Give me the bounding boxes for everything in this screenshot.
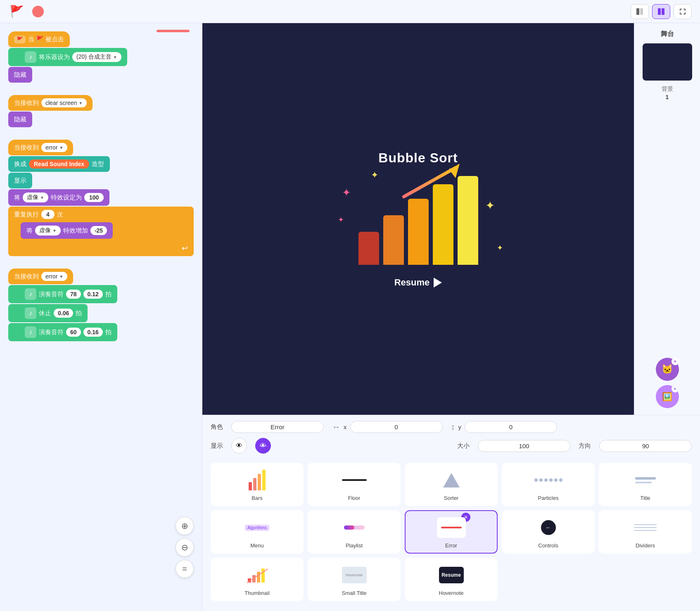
title-line-2: [635, 482, 652, 483]
green-flag-button[interactable]: 🚩: [8, 3, 25, 20]
sprite-card-particles[interactable]: Particles: [502, 463, 595, 506]
zoom-fit-button[interactable]: =: [176, 560, 194, 578]
rest-value: 0.06: [54, 309, 73, 318]
change-effect-block[interactable]: 将 虚像 ▼ 特效增加 -25: [21, 222, 113, 239]
hovernote-icon-visual: Resume: [439, 567, 464, 583]
stage-thumbnail[interactable]: [643, 43, 692, 81]
play-note-60-block[interactable]: ♪ 演奏音符 60 0.16 拍: [8, 323, 117, 341]
sorter-icon-visual: [443, 473, 460, 487]
controls-sprite-icon: ←: [532, 515, 565, 540]
hide-block-2[interactable]: 隐藏: [8, 112, 32, 127]
sprite-card-controls[interactable]: ← Controls: [502, 510, 595, 554]
repeat-block-wrapper[interactable]: 重复执行 4 次 将 虚像 ▼ 特效增加 -25 ↩: [8, 207, 194, 256]
sprite-prop-label: 角色: [211, 423, 223, 431]
divider-2: [634, 527, 657, 528]
change-backdrop-button[interactable]: 🖼️ +: [656, 385, 679, 408]
show-visibility-button[interactable]: 👁: [231, 438, 247, 454]
x-input[interactable]: [350, 421, 443, 433]
layout-button-fullscreen[interactable]: [674, 4, 692, 19]
sprite-card-error[interactable]: ✕ Error: [405, 510, 498, 554]
switch-costume-block[interactable]: 换成 Read Sound Index 造型: [8, 156, 110, 172]
zoom-out-button[interactable]: ⊖: [176, 538, 194, 556]
zoom-in-button[interactable]: ⊕: [176, 517, 194, 535]
sprite-card-dividers[interactable]: Dividers: [599, 510, 692, 554]
block-text: 将乐器设为: [39, 53, 70, 61]
set-instrument-block[interactable]: ♪ 将乐器设为 (20) 合成主音 ▼: [8, 48, 127, 66]
title-line-1: [635, 477, 656, 480]
when-receive-clearscreen-block[interactable]: 当接收到 clear screen ▼: [8, 95, 93, 111]
direction-input[interactable]: [599, 440, 692, 452]
sparkle-pink-1: ✦: [342, 186, 351, 199]
y-axis-icon: ↕: [451, 422, 455, 432]
props-row-1: 角色 ↔ x ↕ y: [211, 421, 692, 433]
resume-button[interactable]: Resume: [394, 277, 442, 288]
sprite-card-smalltitle[interactable]: Hovernote Small Title: [308, 558, 401, 601]
block-label: 休止: [39, 309, 51, 317]
sprite-grid: Bars Floor Sorter: [211, 459, 692, 605]
stop-button[interactable]: [30, 3, 46, 20]
sprite-name-input[interactable]: [231, 421, 324, 433]
error-sprite-icon: ✕: [435, 515, 468, 540]
block-group-1: 🚩 当 🚩 被点击 ♪ 将乐器设为 (20) 合成主音 ▼ 隐藏: [8, 31, 194, 83]
playlist-icon-visual: [342, 519, 367, 536]
add-sprite-button[interactable]: 🐱 +: [656, 358, 679, 381]
loop-arrow: ↩: [14, 242, 188, 256]
stage-sidebar: 舞台 背景 1 🐱 + 🖼️ +: [634, 23, 700, 415]
block-label2: 特效增加: [63, 227, 88, 235]
sprite-card-bars[interactable]: Bars: [211, 463, 304, 506]
when-flag-clicked-block[interactable]: 🚩 当 🚩 被点击: [8, 31, 70, 47]
music-note-icon: ♪: [25, 51, 36, 63]
resume-play-icon: [434, 278, 442, 288]
clearscreen-dropdown[interactable]: clear screen ▼: [41, 98, 87, 107]
svg-rect-3: [662, 8, 664, 15]
particle-1: [534, 478, 538, 482]
error-dropdown-1[interactable]: error ▼: [41, 143, 67, 152]
menu-sprite-icon: Algorithms: [241, 515, 274, 540]
direction-prop-label: 方向: [579, 442, 591, 450]
add-sprite-icon: 🐱: [662, 364, 673, 375]
particle-2: [539, 478, 543, 482]
ghost-dropdown[interactable]: 虚像 ▼: [23, 193, 48, 202]
block-label2: 拍: [105, 328, 112, 336]
hide-visibility-button[interactable]: 👁: [255, 438, 271, 454]
rest-block[interactable]: ♪ 休止 0.06 拍: [8, 304, 88, 322]
sprite-card-floor[interactable]: Floor: [308, 463, 401, 506]
hide-block-1[interactable]: 隐藏: [8, 67, 32, 83]
size-prop-label: 大小: [457, 442, 470, 450]
divider-1: [634, 524, 657, 525]
when-receive-error-block-1[interactable]: 当接收到 error ▼: [8, 140, 73, 155]
read-sound-index-pill: Read Sound Index: [29, 159, 89, 169]
sprite-card-thumbnail[interactable]: Thumbnail: [211, 558, 304, 601]
sprite-card-menu[interactable]: Algorithms Menu: [211, 510, 304, 554]
zoom-in-icon: ⊕: [181, 521, 188, 531]
bars-sprite-label: Bars: [252, 495, 263, 501]
flag-icon: 🚩: [14, 36, 26, 43]
set-effect-block[interactable]: 将 虚像 ▼ 特效设定为 100: [8, 189, 109, 206]
when-receive-error-block-2[interactable]: 当接收到 error ▼: [8, 269, 73, 284]
instrument-dropdown[interactable]: (20) 合成主音 ▼: [72, 52, 121, 62]
y-input[interactable]: [465, 421, 557, 433]
divider-3: [634, 530, 657, 531]
repeat-count: 4: [41, 210, 55, 219]
thumbnail-sprite-icon: [241, 563, 274, 587]
sprite-card-sorter[interactable]: Sorter: [405, 463, 498, 506]
show-block[interactable]: 显示: [8, 173, 32, 188]
sprite-card-playlist[interactable]: Playlist: [308, 510, 401, 554]
sparkle-yellow-3: ✦: [485, 199, 495, 212]
error-dropdown-2[interactable]: error ▼: [41, 272, 67, 281]
arrow-svg: [396, 162, 470, 203]
layout-button-2[interactable]: [652, 4, 670, 19]
dropdown-value: 虚像: [39, 227, 51, 234]
sprite-card-hovernote[interactable]: Resume Hovernote: [405, 558, 498, 601]
sorter-sprite-icon: [435, 468, 468, 492]
svg-marker-5: [449, 164, 460, 178]
floor-icon-visual: [342, 479, 367, 481]
ghost-dropdown-2[interactable]: 虚像 ▼: [35, 226, 61, 235]
stage-canvas: Bubble Sort ✦ ✦ ✦ ✦ ✦ ✦: [202, 23, 634, 415]
layout-button-1[interactable]: [631, 4, 649, 19]
sprite-card-title[interactable]: Title: [599, 463, 692, 506]
repeat-label: 重复执行: [14, 211, 39, 219]
play-note-78-block[interactable]: ♪ 演奏音符 78 0.12 拍: [8, 285, 117, 303]
size-input[interactable]: [478, 440, 570, 452]
bar-icon-3: [258, 474, 261, 490]
